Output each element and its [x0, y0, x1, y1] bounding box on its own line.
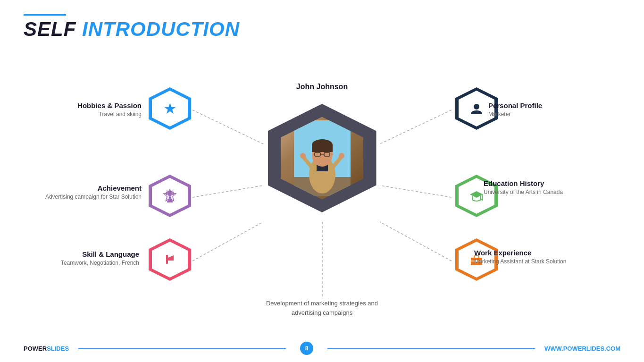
profile-title: Personal Profile	[488, 101, 583, 109]
header-accent-line	[24, 14, 66, 16]
footer: POWERSLIDES 8 WWW.POWERLIDES.COM	[24, 342, 620, 355]
svg-point-25	[474, 104, 479, 109]
center-photo-hexagon	[268, 104, 376, 212]
hobbies-title: Hobbies & Passion	[57, 101, 142, 109]
profile-label: Personal Profile Marketer	[488, 101, 583, 118]
work-label: Work Experience Marketing Assistant at S…	[474, 249, 587, 265]
page-title: SELF INTRODUCTION	[24, 19, 240, 39]
education-subtitle: University of the Arts in Canada	[484, 189, 587, 195]
svg-line-5	[380, 222, 452, 261]
skill-subtitle: Teamwork, Negotiation, French	[45, 260, 139, 266]
education-label: Education History University of the Arts…	[484, 179, 587, 195]
svg-line-3	[380, 110, 452, 144]
footer-brand: POWERSLIDES	[24, 345, 69, 352]
footer-url: WWW.POWERLIDES.COM	[544, 345, 620, 352]
header: SELF INTRODUCTION	[24, 14, 240, 39]
skill-label: Skill & Language Teamwork, Negotiation, …	[45, 250, 139, 266]
skill-hexagon	[149, 238, 191, 281]
svg-line-0	[192, 110, 263, 144]
svg-rect-24	[167, 199, 172, 200]
svg-rect-26	[482, 194, 483, 199]
svg-rect-13	[312, 145, 333, 152]
hobbies-label: Hobbies & Passion Travel and skiing	[57, 101, 142, 118]
education-title: Education History	[484, 179, 587, 187]
achievement-subtitle: Advertising campaign for Star Solution	[28, 194, 142, 200]
footer-line-right	[327, 348, 535, 349]
svg-point-19	[300, 153, 306, 159]
person-name: John Johnson	[296, 83, 348, 91]
achievement-title: Achievement	[28, 184, 142, 192]
achievement-label: Achievement Advertising campaign for Sta…	[28, 184, 142, 200]
title-bold: SELF	[24, 18, 76, 40]
footer-brand-blue: SLIDES	[47, 345, 69, 352]
svg-point-27	[481, 199, 483, 201]
profile-subtitle: Marketer	[488, 111, 583, 118]
svg-line-4	[380, 185, 452, 197]
footer-page-number: 8	[300, 342, 313, 355]
work-title: Work Experience	[474, 249, 587, 257]
work-subtitle: Marketing Assistant at Stark Solution	[474, 258, 587, 265]
title-blue: INTRODUCTION	[82, 18, 240, 40]
bottom-label: Development of marketing strategies and …	[263, 297, 381, 317]
hobbies-subtitle: Travel and skiing	[57, 111, 142, 118]
footer-brand-bold: POWER	[24, 345, 47, 352]
svg-rect-22	[167, 201, 173, 202]
bottom-text: Development of marketing strategies and …	[263, 299, 381, 317]
svg-line-1	[192, 185, 263, 197]
svg-rect-23	[169, 197, 171, 199]
footer-line-left	[78, 348, 286, 349]
achievement-hexagon	[149, 175, 191, 217]
hobbies-hexagon: ★	[149, 87, 191, 130]
skill-title: Skill & Language	[45, 250, 139, 258]
svg-line-2	[192, 222, 263, 261]
svg-point-20	[339, 153, 344, 159]
